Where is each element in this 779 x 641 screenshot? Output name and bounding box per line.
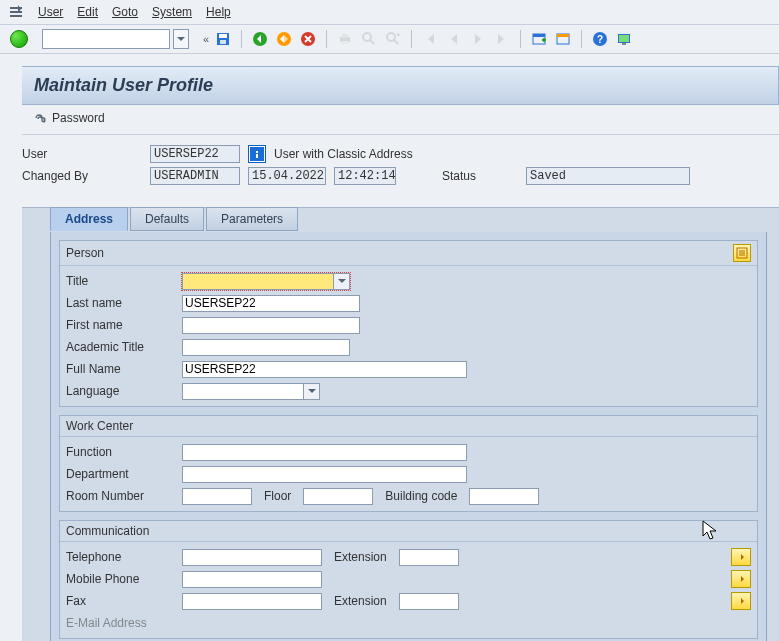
function-label: Function bbox=[66, 445, 176, 459]
chevron-down-icon[interactable] bbox=[333, 274, 349, 289]
menu-icon[interactable] bbox=[8, 4, 24, 20]
command-dropdown[interactable] bbox=[173, 29, 189, 49]
last-name-input[interactable] bbox=[182, 295, 360, 312]
exit-icon[interactable] bbox=[274, 29, 294, 49]
language-label: Language bbox=[66, 384, 176, 398]
floor-label: Floor bbox=[264, 489, 291, 503]
svg-rect-19 bbox=[622, 43, 626, 45]
svg-rect-2 bbox=[220, 40, 226, 44]
last-name-label: Last name bbox=[66, 296, 176, 310]
telephone-input[interactable] bbox=[182, 549, 322, 566]
menu-goto[interactable]: Goto bbox=[112, 5, 138, 19]
room-input[interactable] bbox=[182, 488, 252, 505]
fax-ext-label: Extension bbox=[334, 594, 387, 608]
changed-date: 15.04.2022 bbox=[248, 167, 326, 185]
shortcut-icon[interactable] bbox=[553, 29, 573, 49]
group-communication: Communication Telephone Extension Mobile… bbox=[59, 520, 758, 639]
tel-ext-label: Extension bbox=[334, 550, 387, 564]
tel-more-button[interactable] bbox=[731, 548, 751, 566]
changed-time: 12:42:14 bbox=[334, 167, 396, 185]
full-name-input[interactable] bbox=[182, 361, 467, 378]
svg-rect-7 bbox=[342, 34, 348, 38]
status-ok-icon[interactable] bbox=[10, 30, 28, 48]
menu-user[interactable]: User bbox=[38, 5, 63, 19]
svg-rect-14 bbox=[557, 34, 569, 37]
user-value: USERSEP22 bbox=[150, 145, 240, 163]
menu-help[interactable]: Help bbox=[206, 5, 231, 19]
fax-ext-input[interactable] bbox=[399, 593, 459, 610]
header-fields: User USERSEP22 User with Classic Address… bbox=[22, 139, 779, 199]
tab-address[interactable]: Address bbox=[50, 207, 128, 231]
history-back-icon[interactable]: « bbox=[203, 33, 209, 45]
find-next-icon bbox=[383, 29, 403, 49]
find-icon bbox=[359, 29, 379, 49]
fax-input[interactable] bbox=[182, 593, 322, 610]
room-label: Room Number bbox=[66, 489, 176, 503]
print-icon bbox=[335, 29, 355, 49]
academic-input[interactable] bbox=[182, 339, 350, 356]
svg-text:?: ? bbox=[597, 34, 603, 45]
function-input[interactable] bbox=[182, 444, 467, 461]
new-session-icon[interactable] bbox=[529, 29, 549, 49]
classic-address-label: User with Classic Address bbox=[274, 147, 413, 161]
svg-rect-1 bbox=[219, 34, 227, 38]
prev-page-icon bbox=[444, 29, 464, 49]
department-input[interactable] bbox=[182, 466, 467, 483]
department-label: Department bbox=[66, 467, 176, 481]
mobile-more-button[interactable] bbox=[731, 570, 751, 588]
language-select[interactable] bbox=[182, 383, 320, 400]
group-communication-title: Communication bbox=[66, 524, 149, 538]
fax-label: Fax bbox=[66, 594, 176, 608]
tabstrip: Address Defaults Parameters bbox=[50, 207, 779, 231]
title-select[interactable] bbox=[182, 273, 350, 290]
status-value: Saved bbox=[526, 167, 690, 185]
last-page-icon bbox=[492, 29, 512, 49]
first-page-icon bbox=[420, 29, 440, 49]
svg-rect-12 bbox=[533, 34, 545, 37]
svg-rect-8 bbox=[342, 41, 348, 44]
content-pane: Address Defaults Parameters Person Title bbox=[22, 207, 779, 641]
tab-defaults[interactable]: Defaults bbox=[130, 207, 204, 231]
app-toolbar: Password bbox=[22, 105, 779, 135]
fax-more-button[interactable] bbox=[731, 592, 751, 610]
group-person: Person Title Last name bbox=[59, 240, 758, 407]
first-name-label: First name bbox=[66, 318, 176, 332]
menubar: User Edit Goto System Help bbox=[0, 0, 779, 25]
telephone-label: Telephone bbox=[66, 550, 176, 564]
command-input[interactable] bbox=[42, 29, 170, 49]
next-page-icon bbox=[468, 29, 488, 49]
info-icon[interactable] bbox=[248, 145, 266, 163]
floor-input[interactable] bbox=[303, 488, 373, 505]
person-details-button[interactable] bbox=[733, 244, 751, 262]
building-label: Building code bbox=[385, 489, 457, 503]
mobile-input[interactable] bbox=[182, 571, 322, 588]
save-icon[interactable] bbox=[213, 29, 233, 49]
title-bar: Maintain User Profile bbox=[22, 66, 779, 105]
help-f1-icon[interactable]: ? bbox=[590, 29, 610, 49]
local-layout-icon[interactable] bbox=[614, 29, 634, 49]
first-name-input[interactable] bbox=[182, 317, 360, 334]
menu-edit[interactable]: Edit bbox=[77, 5, 98, 19]
page-title: Maintain User Profile bbox=[34, 75, 766, 96]
back-icon[interactable] bbox=[250, 29, 270, 49]
title-label: Title bbox=[66, 274, 176, 288]
changed-by-label: Changed By bbox=[22, 169, 142, 183]
group-workcenter-title: Work Center bbox=[66, 419, 133, 433]
password-button[interactable]: Password bbox=[32, 111, 105, 125]
changed-by-value: USERADMIN bbox=[150, 167, 240, 185]
mobile-label: Mobile Phone bbox=[66, 572, 176, 586]
academic-label: Academic Title bbox=[66, 340, 176, 354]
tab-parameters[interactable]: Parameters bbox=[206, 207, 298, 231]
menu-system[interactable]: System bbox=[152, 5, 192, 19]
user-label: User bbox=[22, 147, 142, 161]
group-workcenter: Work Center Function Department Room Num… bbox=[59, 415, 758, 512]
email-label: E-Mail Address bbox=[66, 616, 176, 630]
cancel-icon[interactable] bbox=[298, 29, 318, 49]
tab-body: Person Title Last name bbox=[50, 232, 767, 641]
building-input[interactable] bbox=[469, 488, 539, 505]
status-label: Status bbox=[442, 169, 518, 183]
chevron-down-icon[interactable] bbox=[303, 384, 319, 399]
full-name-label: Full Name bbox=[66, 362, 176, 376]
tel-ext-input[interactable] bbox=[399, 549, 459, 566]
svg-point-9 bbox=[363, 33, 371, 41]
